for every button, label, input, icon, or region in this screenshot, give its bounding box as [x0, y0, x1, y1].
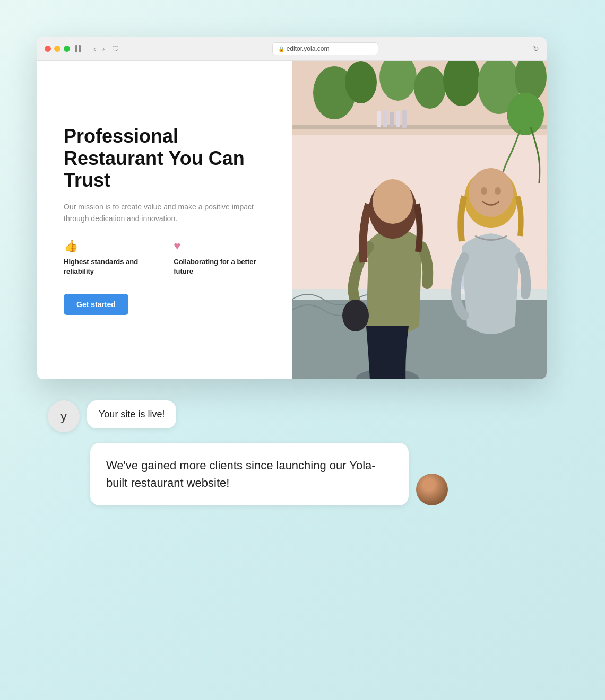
sidebar-toggle-icon[interactable] [75, 45, 81, 52]
traffic-light-green[interactable] [64, 46, 70, 52]
svg-point-25 [373, 179, 413, 224]
user-avatar-image [416, 474, 448, 505]
lock-icon: 🔒 [278, 46, 284, 52]
traffic-light-red[interactable] [45, 46, 51, 52]
website-left-panel: Professional Restaurant You Can Trust Ou… [37, 61, 292, 379]
traffic-lights [45, 46, 70, 52]
hero-subtitle: Our mission is to create value and make … [64, 201, 265, 225]
browser-toolbar: ‹ › 🛡 🔒 editor.yola.com ↻ [37, 37, 547, 61]
chat-bubble-left: y Your site is live! [48, 400, 483, 432]
bubble-text-2: We've gained more clients since launchin… [90, 443, 409, 505]
yola-avatar: y [48, 400, 80, 432]
feature-label-1: Highest standards and reliability [64, 257, 158, 276]
forward-button[interactable]: › [100, 43, 107, 54]
thumbs-up-icon: 👍 [64, 239, 158, 253]
shield-icon: 🛡 [112, 45, 119, 53]
svg-rect-13 [396, 111, 400, 127]
heart-icon: ♥ [174, 239, 265, 253]
get-started-button[interactable]: Get started [64, 294, 128, 315]
user-avatar [416, 474, 448, 505]
refresh-button[interactable]: ↻ [533, 45, 539, 53]
svg-point-15 [507, 93, 544, 135]
browser-nav-controls: ‹ › [91, 43, 107, 54]
feature-label-2: Collaborating for a better future [174, 257, 265, 276]
svg-point-5 [414, 66, 446, 109]
address-input[interactable]: 🔒 editor.yola.com [272, 42, 378, 55]
chat-section: y Your site is live! We've gained more c… [37, 400, 494, 505]
svg-rect-9 [292, 125, 547, 129]
bubble-text-1: Your site is live! [87, 400, 176, 428]
website-content: Professional Restaurant You Can Trust Ou… [37, 61, 547, 379]
svg-point-29 [495, 187, 501, 195]
browser-window: ‹ › 🛡 🔒 editor.yola.com ↻ Professional R… [37, 37, 547, 379]
hero-title: Professional Restaurant You Can Trust [64, 125, 265, 191]
features-row: 👍 Highest standards and reliability ♥ Co… [64, 239, 265, 276]
svg-rect-12 [390, 112, 394, 127]
salon-image [292, 61, 547, 379]
feature-item-2: ♥ Collaborating for a better future [174, 239, 265, 276]
website-right-panel [292, 61, 547, 379]
feature-item-1: 👍 Highest standards and reliability [64, 239, 158, 276]
svg-point-23 [342, 300, 369, 331]
outer-wrapper: ‹ › 🛡 🔒 editor.yola.com ↻ Professional R… [37, 37, 568, 663]
svg-rect-11 [383, 110, 387, 127]
address-bar: 🔒 editor.yola.com [128, 42, 522, 55]
svg-point-28 [481, 187, 487, 195]
back-button[interactable]: ‹ [91, 43, 98, 54]
yola-avatar-label: y [60, 409, 67, 424]
svg-rect-14 [402, 110, 407, 128]
chat-bubble-right: We've gained more clients since launchin… [90, 443, 483, 505]
svg-rect-10 [377, 111, 381, 127]
traffic-light-yellow[interactable] [54, 46, 60, 52]
svg-point-27 [469, 168, 513, 217]
svg-point-3 [345, 61, 377, 103]
url-text: editor.yola.com [287, 45, 330, 52]
